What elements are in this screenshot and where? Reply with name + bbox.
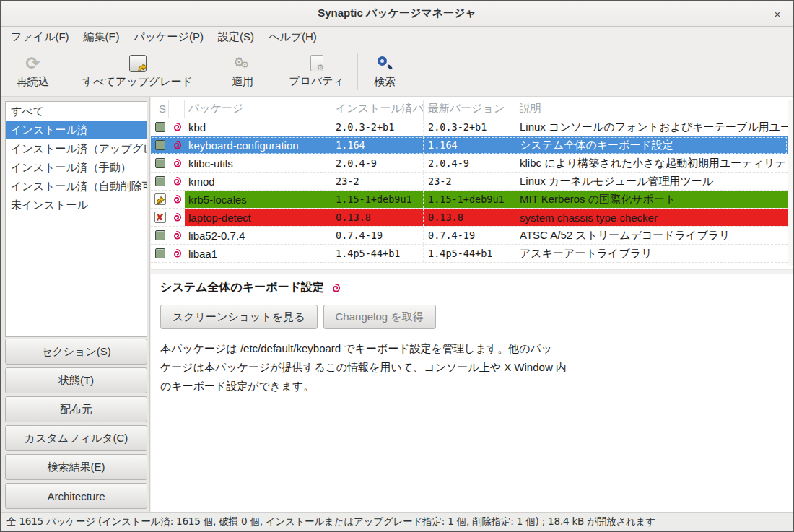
search-icon [376, 55, 393, 72]
package-name: libaa1 [188, 248, 217, 260]
package-description: ATSC A/52 ストリームデコードライブラリ [520, 229, 730, 243]
filter-list: すべて インストール済 インストール済（アップグレード可） インストール済（手動… [5, 101, 147, 337]
package-description: Linux カーネルモジュール管理用ツール [520, 175, 713, 188]
column-header-latest-version[interactable]: 最新バージョン [424, 100, 515, 118]
debian-swirl-icon [171, 175, 183, 187]
menu-help[interactable]: ヘルプ(H) [261, 28, 324, 46]
package-name: liba52-0.7.4 [188, 230, 245, 242]
table-row[interactable]: klibc-utils 2.0.4-9 2.0.4-9 klibc により構築さ… [151, 154, 788, 173]
toolbar-separator [271, 53, 271, 90]
installed-checkbox-icon[interactable] [155, 158, 165, 168]
installed-checkbox-icon[interactable] [155, 176, 165, 186]
window-title: Synaptic パッケージマネージャ [318, 6, 476, 20]
table-row-marked-removal[interactable]: ✘ laptop-detect 0.13.8 0.13.8 system cha… [151, 209, 788, 227]
description-line: 本パッケージは /etc/default/keyboard でキーボード設定を管… [160, 339, 793, 358]
filter-item-not-installed[interactable]: 未インストール [6, 196, 147, 214]
debian-swirl-icon [171, 121, 183, 133]
search-results-button[interactable]: 検索結果(E) [5, 454, 147, 480]
menu-edit[interactable]: 編集(E) [77, 28, 127, 46]
installed-checkbox-icon[interactable] [155, 248, 165, 258]
package-description: システム全体のキーボード設定 [520, 139, 673, 152]
latest-version: 1.15-1+deb9u1 [428, 193, 505, 205]
titlebar[interactable]: Synaptic パッケージマネージャ × [1, 1, 793, 27]
installed-checkbox-icon[interactable] [155, 230, 165, 240]
installed-version: 0.7.4-19 [336, 230, 383, 241]
architecture-button[interactable]: Architecture [5, 483, 147, 509]
latest-version: 0.13.8 [428, 212, 463, 223]
close-icon[interactable]: × [770, 6, 785, 21]
latest-version: 2.0.4-9 [428, 157, 469, 169]
package-long-description: 本パッケージは /etc/default/keyboard でキーボード設定を管… [160, 339, 793, 396]
installed-version: 1.164 [336, 139, 365, 151]
table-row[interactable]: kmod 23-2 23-2 Linux カーネルモジュール管理用ツール [151, 173, 788, 191]
upgrade-all-button[interactable]: すべてアップグレード [72, 50, 203, 93]
debian-swirl-icon [171, 230, 183, 241]
debian-swirl-icon [171, 139, 183, 151]
filter-item-installed-upgradable[interactable]: インストール済（アップグレード可） [6, 139, 147, 158]
column-header-description[interactable]: 説明 [515, 100, 788, 118]
menubar: ファイル(F) 編集(E) パッケージ(P) 設定(S) ヘルプ(H) [1, 27, 793, 47]
apply-gears-icon: ⚙⚙ [233, 55, 252, 72]
properties-button[interactable]: プロパティ [279, 50, 354, 93]
sidebar: すべて インストール済 インストール済（アップグレード可） インストール済（手動… [1, 97, 150, 512]
debian-swirl-icon [171, 157, 183, 169]
package-description: system chassis type checker [520, 212, 658, 224]
upgrade-all-icon [129, 55, 147, 72]
table-row[interactable]: libaa1 1.4p5-44+b1 1.4p5-44+b1 アスキーアートライ… [151, 245, 788, 263]
latest-version: 1.164 [428, 139, 458, 151]
column-header-installed-version[interactable]: インストール済バ [331, 100, 424, 118]
package-name: klibc-utils [188, 157, 233, 170]
reload-icon: ⟳ [25, 55, 40, 72]
package-description: MIT Kerberos の国際化サポート [520, 193, 676, 206]
column-header-status[interactable]: S [151, 100, 169, 118]
filter-item-all[interactable]: すべて [6, 102, 147, 121]
package-table: S パッケージ インストール済バ 最新バージョン 説明 kbd 2.0.3-2+… [151, 100, 788, 263]
filter-item-installed-manual[interactable]: インストール済（手動） [6, 158, 147, 177]
vertical-scrollbar[interactable] [788, 100, 793, 266]
status-text: 全 1615 パッケージ (インストール済: 1615 個, 破損 0 個, イ… [6, 515, 655, 528]
search-button[interactable]: 検索 [364, 50, 406, 93]
installed-version: 2.0.4-9 [336, 157, 377, 169]
toolbar-separator [357, 53, 358, 90]
table-row-selected[interactable]: keyboard-configuration 1.164 1.164 システム全… [151, 136, 788, 154]
table-row[interactable]: kbd 2.0.3-2+b1 2.0.3-2+b1 Linux コンソールのフォ… [151, 118, 788, 136]
package-name: keyboard-configuration [188, 139, 299, 152]
status-button[interactable]: 状態(T) [5, 367, 147, 393]
view-screenshot-button[interactable]: スクリーンショットを見る [160, 305, 318, 329]
pane-splitter[interactable] [151, 269, 793, 274]
table-row[interactable]: liba52-0.7.4 0.7.4-19 0.7.4-19 ATSC A/52… [151, 227, 788, 245]
table-row-marked-upgrade[interactable]: krb5-locales 1.15-1+deb9u1 1.15-1+deb9u1… [151, 191, 788, 209]
installed-checkbox-icon[interactable] [155, 140, 165, 150]
origin-button[interactable]: 配布元 [5, 396, 147, 422]
package-name: kmod [188, 175, 215, 188]
installed-version: 23-2 [336, 175, 359, 187]
installed-version: 0.13.8 [336, 212, 371, 223]
menu-settings[interactable]: 設定(S) [211, 28, 261, 46]
synaptic-window: Synaptic パッケージマネージャ × ファイル(F) 編集(E) パッケー… [0, 0, 794, 532]
menu-file[interactable]: ファイル(F) [4, 28, 77, 46]
installed-checkbox-icon[interactable] [155, 122, 165, 132]
package-description: klibc により構築された小さな起動初期用ユーティリティ [520, 157, 788, 170]
apply-button[interactable]: ⚙⚙ 適用 [222, 50, 263, 93]
reload-button[interactable]: ⟳ 再読込 [6, 50, 59, 93]
installed-version: 1.4p5-44+b1 [336, 248, 400, 259]
column-header-supported[interactable] [169, 100, 185, 118]
package-name: kbd [188, 121, 206, 134]
marked-upgrade-icon[interactable] [154, 193, 166, 205]
column-header-package[interactable]: パッケージ [185, 100, 331, 118]
get-changelog-button[interactable]: Changelog を取得 [323, 305, 436, 329]
filter-item-installed-autoremovable[interactable]: インストール済（自動削除可能） [6, 177, 147, 196]
latest-version: 2.0.3-2+b1 [428, 121, 487, 133]
custom-filters-button[interactable]: カスタムフィルタ(C) [5, 425, 147, 451]
marked-removal-icon[interactable]: ✘ [154, 212, 166, 223]
filter-item-installed[interactable]: インストール済 [6, 121, 147, 139]
package-name: laptop-detect [188, 212, 251, 224]
latest-version: 0.7.4-19 [428, 230, 475, 241]
package-description: Linux コンソールのフォントおよびキーテーブル用ユーティリティ [520, 121, 788, 134]
package-panel: S パッケージ インストール済バ 最新バージョン 説明 kbd 2.0.3-2+… [151, 97, 793, 512]
debian-swirl-icon [171, 193, 183, 205]
sections-button[interactable]: セクション(S) [5, 339, 147, 365]
latest-version: 1.4p5-44+b1 [428, 248, 492, 259]
menu-package[interactable]: パッケージ(P) [127, 28, 211, 46]
properties-icon [310, 55, 323, 71]
